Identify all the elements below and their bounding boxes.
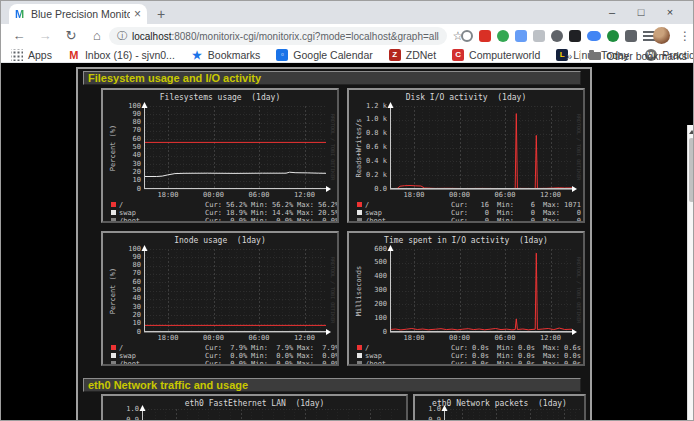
legend-name: /boot bbox=[365, 361, 386, 366]
legend-min: Min: 0.0s bbox=[497, 353, 535, 360]
home-icon[interactable]: ⌂ bbox=[87, 26, 107, 46]
legend-min: Min: 0.0% bbox=[251, 218, 293, 223]
legend-min: Min: 0.0% bbox=[251, 353, 293, 360]
y-tick-label: 1.2 k bbox=[361, 103, 387, 110]
page-info-icon[interactable]: ⓘ bbox=[117, 29, 127, 43]
y-tick-label: 100 bbox=[115, 103, 141, 110]
monitorix-favicon: M bbox=[15, 9, 26, 20]
graph-plot bbox=[444, 409, 580, 421]
notes-extension-icon[interactable] bbox=[533, 30, 545, 42]
legend-name: swap bbox=[119, 353, 136, 360]
apps-shortcut[interactable]: Apps bbox=[11, 49, 52, 61]
browser-window: M Blue Precision Monitorix × + – □ × ← →… bbox=[0, 0, 694, 421]
rrdtool-signature: RRDTOOL / TOBI OETIKER bbox=[577, 409, 583, 421]
search-extension-icon[interactable] bbox=[461, 30, 473, 42]
browser-tab[interactable]: M Blue Precision Monitorix × bbox=[9, 4, 147, 24]
eth0-network-packets-graph[interactable]: eth0 Network packets (1day)Packets/s1.00… bbox=[413, 394, 586, 421]
time-spent-io-graph[interactable]: Time spent in I/O activity (1day)Millise… bbox=[347, 231, 585, 366]
x-tick-label: 12:00 bbox=[536, 192, 566, 199]
bookmark-item[interactable]: ★Bookmarks bbox=[191, 49, 261, 61]
inode-usage-graph[interactable]: Inode usage (1day)Percent (%)01020304050… bbox=[101, 231, 339, 366]
page-scrollbar[interactable] bbox=[687, 125, 694, 421]
y-tick-label: 90 bbox=[115, 254, 141, 261]
back-icon[interactable]: ← bbox=[9, 26, 29, 46]
window-minimize-button[interactable]: – bbox=[599, 1, 625, 23]
apps-label: Apps bbox=[28, 49, 52, 61]
bookmarks-right-group: » Other bookmarks bbox=[566, 48, 687, 63]
extensions-puzzle-icon[interactable] bbox=[625, 30, 637, 42]
new-tab-button[interactable]: + bbox=[153, 6, 169, 22]
x-tick-label: 18:00 bbox=[153, 335, 183, 342]
legend-name: /boot bbox=[119, 218, 140, 223]
legend-name: /boot bbox=[119, 361, 140, 366]
y-tick-label: 80 bbox=[115, 119, 141, 126]
gmail-icon: M bbox=[68, 49, 80, 61]
legend-min: Min: 14.4% bbox=[251, 210, 293, 217]
evernote-extension-icon[interactable] bbox=[607, 30, 619, 42]
window-close-button[interactable]: × bbox=[657, 1, 683, 23]
legend-color-swatch bbox=[111, 218, 116, 223]
legend-name: / bbox=[365, 345, 369, 352]
legend-color-swatch bbox=[111, 210, 116, 215]
y-tick-label: 0 bbox=[115, 186, 141, 193]
legend-cur: Cur: 0.0% bbox=[205, 218, 247, 223]
zdnet-icon: Z bbox=[389, 49, 401, 61]
y-tick-label: 70 bbox=[115, 127, 141, 134]
other-bookmarks-button[interactable]: Other bookmarks bbox=[589, 50, 687, 62]
legend-min: Min: 56.2% bbox=[251, 202, 293, 209]
legend-max: Max: 0.0% bbox=[297, 218, 339, 223]
bookmark-item[interactable]: ▫Google Calendar bbox=[276, 49, 372, 61]
x-tick-label: 12:00 bbox=[290, 192, 320, 199]
legend-name: swap bbox=[119, 210, 136, 217]
legend-min: Min: 0 bbox=[497, 210, 535, 217]
y-tick-label: 0.4 k bbox=[361, 158, 387, 165]
x-tick-label: 06:00 bbox=[490, 192, 520, 199]
legend-name: / bbox=[365, 202, 369, 209]
legend-max: Max: 0.0s bbox=[543, 361, 581, 366]
window-maximize-button[interactable]: □ bbox=[628, 1, 654, 23]
bookmarks-overflow-icon[interactable]: » bbox=[566, 50, 572, 62]
filesystems-usage-graph[interactable]: Filesystems usage (1day)Percent (%)01020… bbox=[101, 88, 339, 223]
screenshot-extension-icon[interactable] bbox=[569, 30, 581, 42]
legend-min: Min: 0 bbox=[497, 218, 535, 223]
globe-extension-icon[interactable] bbox=[497, 30, 509, 42]
bookmark-item[interactable]: CComputerworld bbox=[452, 49, 540, 61]
y-tick-label: 200 bbox=[361, 301, 387, 308]
mask-extension-icon[interactable] bbox=[551, 30, 563, 42]
y-tick-label: 40 bbox=[115, 295, 141, 302]
reload-icon[interactable]: ↻ bbox=[61, 26, 81, 46]
profile-avatar[interactable] bbox=[653, 27, 670, 44]
disk-io-activity-graph[interactable]: Disk I/O activity (1day)Reads+Writes/s0.… bbox=[347, 88, 585, 223]
y-tick-label: 300 bbox=[361, 287, 387, 294]
legend-min: Min: 6 bbox=[497, 202, 535, 209]
other-bookmarks-label: Other bookmarks bbox=[606, 50, 687, 62]
legend-max: Max: 0 bbox=[543, 218, 581, 223]
scroll-up-arrow[interactable] bbox=[688, 126, 694, 138]
legend-max: Max: 7.9% bbox=[297, 345, 339, 352]
legend-cur: Cur: 0.0% bbox=[205, 361, 247, 366]
messenger-extension-icon[interactable] bbox=[587, 31, 601, 41]
forward-icon[interactable]: → bbox=[35, 26, 55, 46]
graph-title: Time spent in I/O activity (1day) bbox=[349, 236, 583, 245]
legend-color-swatch bbox=[111, 345, 116, 350]
y-tick-label: 400 bbox=[361, 273, 387, 280]
legend-cur: Cur: 0.0s bbox=[451, 345, 489, 352]
legend-min: Min: 7.9% bbox=[251, 345, 293, 352]
y-tick-label: 0 bbox=[115, 329, 141, 336]
y-tick-label: 90 bbox=[115, 111, 141, 118]
bookmark-item[interactable]: MInbox (16) - sjvn0... bbox=[68, 49, 175, 61]
copy-pages-extension-icon[interactable] bbox=[515, 30, 527, 42]
legend-name: swap bbox=[365, 210, 382, 217]
mail-extension-icon[interactable] bbox=[479, 30, 491, 42]
bookmark-item[interactable]: ZZDNet bbox=[389, 49, 436, 61]
browser-menu-icon[interactable]: ⋮ bbox=[678, 26, 692, 46]
tab-close-icon[interactable]: × bbox=[134, 7, 141, 21]
bookmarks-bar: Apps MInbox (16) - sjvn0...★Bookmarks▫Go… bbox=[1, 48, 693, 63]
scrollbar-thumb[interactable] bbox=[689, 138, 694, 202]
eth0-fastethernet-lan-graph[interactable]: eth0 FastEthernet LAN (1day)1.00.9RRDTOO… bbox=[101, 394, 408, 421]
y-tick-label: 10 bbox=[115, 177, 141, 184]
address-bar[interactable]: ⓘ localhost:8080/monitorix-cgi/monitorix… bbox=[109, 27, 447, 45]
bookmark-label: ZDNet bbox=[406, 49, 436, 61]
legend-name: /boot bbox=[365, 218, 386, 223]
bookmark-label: Bookmarks bbox=[208, 49, 261, 61]
